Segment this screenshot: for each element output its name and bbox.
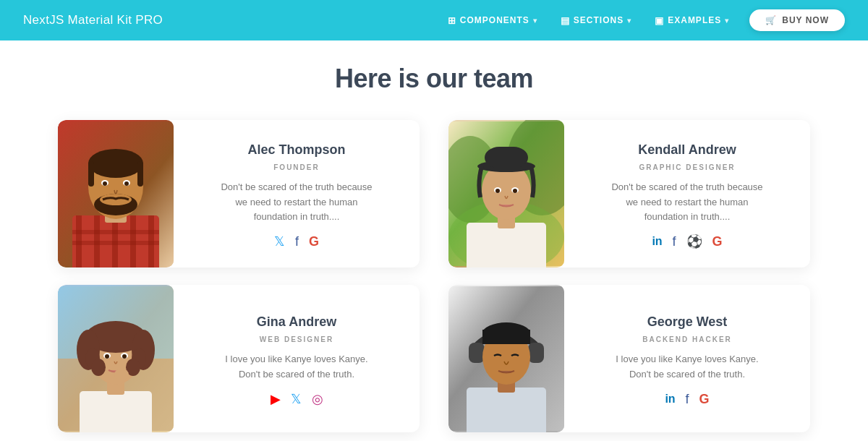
- svg-rect-8: [72, 241, 159, 245]
- examples-icon: ▣: [655, 15, 664, 26]
- nav-sections-label: SECTIONS: [574, 15, 624, 25]
- svg-rect-58: [482, 330, 530, 344]
- svg-rect-13: [137, 161, 143, 187]
- team-info-kendall: Kendall Andrew GRAPHIC DESIGNER Don't be…: [564, 120, 810, 267]
- svg-point-19: [124, 181, 129, 186]
- svg-rect-53: [469, 343, 485, 363]
- nav-examples-label: EXAMPLES: [668, 15, 721, 25]
- team-photo-george: [448, 285, 564, 432]
- svg-point-50: [114, 369, 129, 380]
- member-name-kendall: Kendall Andrew: [638, 142, 736, 158]
- svg-rect-54: [528, 343, 544, 363]
- youtube-icon-gina[interactable]: ▶: [271, 393, 281, 406]
- svg-point-49: [122, 354, 127, 359]
- team-photo-gina: [58, 285, 174, 432]
- twitter-icon-alec[interactable]: 𝕏: [274, 235, 285, 248]
- nav-links: ⊞ COMPONENTS ▾ ▤ SECTIONS ▾ ▣ EXAMPLES ▾…: [439, 9, 845, 32]
- dribbble-icon-kendall[interactable]: ⚽: [686, 235, 702, 248]
- member-role-george: BACKEND HACKER: [642, 335, 732, 343]
- social-links-kendall: in f ⚽ G: [652, 235, 722, 248]
- google-icon-kendall[interactable]: G: [712, 235, 723, 248]
- linkedin-icon-kendall[interactable]: in: [652, 236, 662, 247]
- google-icon-george[interactable]: G: [699, 393, 710, 406]
- section-title: Here is our team: [58, 64, 810, 94]
- svg-point-31: [495, 189, 500, 193]
- team-photo-kendall: [448, 120, 564, 267]
- sections-icon: ▤: [561, 15, 570, 26]
- member-desc-gina: I love you like Kanye loves Kanye. Don't…: [217, 352, 376, 382]
- member-desc-alec: Don't be scared of the truth because we …: [217, 180, 376, 225]
- social-links-george: in f G: [665, 393, 709, 406]
- social-links-gina: ▶ 𝕏 ◎: [271, 393, 323, 406]
- navbar: NextJS Material Kit PRO ⊞ COMPONENTS ▾ ▤…: [0, 0, 868, 40]
- team-card-kendall: Kendall Andrew GRAPHIC DESIGNER Don't be…: [448, 120, 810, 267]
- member-desc-george: I love you like Kanye loves Kanye. Don't…: [608, 352, 767, 382]
- facebook-icon-alec[interactable]: f: [295, 235, 299, 248]
- svg-rect-28: [485, 147, 528, 168]
- buy-now-label: BUY NOW: [782, 15, 829, 25]
- google-icon-alec[interactable]: G: [309, 235, 319, 248]
- svg-point-44: [91, 359, 106, 376]
- components-icon: ⊞: [448, 15, 456, 26]
- svg-point-11: [88, 149, 143, 178]
- svg-point-48: [105, 354, 109, 359]
- member-role-kendall: GRAPHIC DESIGNER: [639, 163, 735, 171]
- cart-icon: 🛒: [765, 15, 777, 25]
- team-card-george: George West BACKEND HACKER I love you li…: [448, 285, 810, 432]
- team-photo-alec: [58, 120, 174, 267]
- svg-rect-7: [72, 230, 159, 234]
- nav-components[interactable]: ⊞ COMPONENTS ▾: [439, 9, 546, 32]
- team-info-gina: Gina Andrew WEB DESIGNER I love you like…: [174, 285, 420, 432]
- member-role-gina: WEB DESIGNER: [260, 335, 333, 343]
- team-info-george: George West BACKEND HACKER I love you li…: [564, 285, 810, 432]
- nav-examples[interactable]: ▣ EXAMPLES ▾: [646, 9, 738, 32]
- svg-point-18: [103, 181, 107, 186]
- main-content: Here is our team: [0, 40, 868, 441]
- facebook-icon-george[interactable]: f: [686, 393, 689, 406]
- svg-rect-12: [88, 161, 94, 187]
- brand-logo: NextJS Material Kit PRO: [23, 13, 163, 27]
- member-name-george: George West: [647, 314, 728, 330]
- nav-components-label: COMPONENTS: [460, 15, 529, 25]
- member-role-alec: FOUNDER: [273, 163, 319, 171]
- svg-point-32: [513, 189, 517, 193]
- svg-rect-52: [467, 388, 546, 432]
- twitter-icon-gina[interactable]: 𝕏: [291, 393, 302, 406]
- instagram-icon-gina[interactable]: ◎: [312, 393, 323, 406]
- member-desc-kendall: Don't be scared of the truth because we …: [608, 180, 767, 225]
- team-card-gina: Gina Andrew WEB DESIGNER I love you like…: [58, 285, 420, 432]
- member-name-gina: Gina Andrew: [257, 314, 336, 330]
- social-links-alec: 𝕏 f G: [274, 235, 319, 248]
- nav-sections[interactable]: ▤ SECTIONS ▾: [552, 9, 640, 32]
- team-grid: Alec Thompson FOUNDER Don't be scared of…: [58, 120, 810, 432]
- buy-now-button[interactable]: 🛒 BUY NOW: [749, 9, 845, 31]
- facebook-icon-kendall[interactable]: f: [673, 235, 676, 248]
- sections-caret: ▾: [627, 17, 631, 25]
- svg-rect-24: [467, 223, 546, 267]
- components-caret: ▾: [533, 17, 537, 25]
- member-name-alec: Alec Thompson: [247, 142, 345, 158]
- examples-caret: ▾: [725, 17, 729, 25]
- team-info-alec: Alec Thompson FOUNDER Don't be scared of…: [174, 120, 420, 267]
- svg-rect-36: [80, 391, 152, 432]
- linkedin-icon-george[interactable]: in: [665, 393, 675, 405]
- team-card-alec: Alec Thompson FOUNDER Don't be scared of…: [58, 120, 420, 267]
